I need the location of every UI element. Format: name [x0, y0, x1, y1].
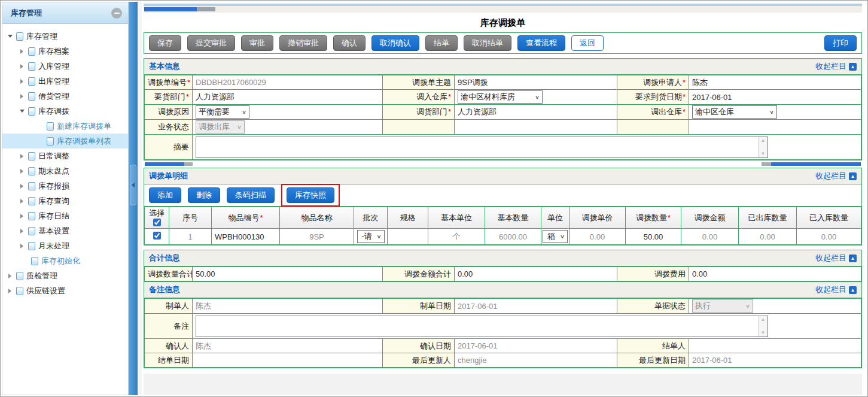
sidebar-item-label: 日常调整 — [38, 151, 69, 162]
chevron-down-icon[interactable] — [8, 35, 13, 38]
column-header: 已入库数量 — [797, 207, 861, 229]
select-all-checkbox[interactable] — [153, 219, 161, 226]
remarks-form: 制单人 陈杰 制单日期 2017-06-01 单据状态 执行∨ 备注 ▲▼ — [144, 298, 861, 368]
sidebar-item-inventory-init[interactable]: 库存初始化 — [2, 253, 128, 268]
base-unit-cell: 个 — [428, 229, 485, 245]
chevron-right-icon[interactable] — [20, 229, 23, 234]
submit-approval-button[interactable]: 提交审批 — [187, 35, 235, 51]
sidebar-item-transfer[interactable]: 库存调拨 — [2, 104, 128, 119]
sidebar-item-loss-report[interactable]: 库存报损 — [2, 178, 128, 193]
chevron-right-icon[interactable] — [20, 169, 23, 174]
sidebar-item-period-count[interactable]: 期末盘点 — [2, 163, 128, 178]
sidebar-item-month-end[interactable]: 月末处理 — [2, 238, 128, 253]
basic-info-section: 基本信息 收起栏目▲ 调拨单编号* DBDBH2017060029 调拨单主题 … — [144, 58, 862, 160]
top-horizontal-scrollbar[interactable] — [144, 6, 862, 13]
revoke-approval-button[interactable]: 撤销审批 — [279, 35, 327, 51]
summary-textarea[interactable]: ▲▼ — [196, 137, 768, 158]
out-warehouse-select[interactable]: 渝中区仓库∨ — [692, 105, 777, 119]
barcode-scan-button[interactable]: 条码扫描 — [227, 187, 275, 203]
sidebar-item-outbound[interactable]: 出库管理 — [2, 74, 128, 89]
fee-value[interactable]: 0.00 — [689, 267, 861, 281]
chevron-right-icon[interactable] — [20, 64, 23, 69]
splitter-collapse-handle[interactable] — [130, 165, 136, 205]
applicant-value[interactable]: 陈杰 — [689, 75, 861, 90]
sidebar-item-new-transfer-order[interactable]: 新建库存调拨单 — [2, 119, 128, 134]
in-warehouse-select[interactable]: 渝中区材料库房∨ — [458, 90, 543, 104]
section-horizontal-scrollbar[interactable] — [144, 161, 862, 167]
chevron-right-icon[interactable] — [20, 79, 23, 84]
chevron-right-icon[interactable] — [20, 94, 23, 99]
chevron-down-icon[interactable] — [20, 110, 25, 113]
field-label: 制单日期 — [383, 299, 455, 314]
collapse-link-label: 收起栏目 — [815, 253, 846, 263]
back-button[interactable]: 返回 — [571, 35, 604, 51]
column-header: 调拨单价 — [569, 207, 626, 229]
field-label: 调拨单编号* — [145, 75, 193, 90]
sidebar-item-label: 库存查询 — [38, 196, 69, 207]
chevron-right-icon[interactable] — [20, 154, 23, 159]
transfer-reason-select[interactable]: 平衡需要∨ — [196, 105, 249, 119]
collapse-section-link[interactable]: 收起栏目▲ — [815, 284, 857, 295]
sidebar-item-inventory-root[interactable]: 库存管理 — [2, 29, 128, 44]
collapse-section-link[interactable]: 收起栏目▲ — [815, 61, 857, 72]
column-header: 调拨数量* — [626, 207, 681, 229]
confirm-button[interactable]: 确认 — [333, 35, 366, 51]
sidebar-item-inventory-query[interactable]: 库存查询 — [2, 193, 128, 208]
chevron-right-icon[interactable] — [8, 274, 11, 278]
sidebar-item-archives[interactable]: 库存档案 — [2, 44, 128, 59]
batch-select[interactable]: -请∨ — [357, 230, 385, 243]
sidebar-item-supply-chain[interactable]: 供应链设置 — [2, 283, 128, 298]
chevron-right-icon[interactable] — [20, 244, 23, 248]
sidebar-item-borrow[interactable]: 借货管理 — [2, 89, 128, 104]
chevron-right-icon[interactable] — [20, 184, 23, 189]
field-label: 结单日期 — [145, 353, 193, 368]
delete-row-button[interactable]: 删除 — [188, 187, 220, 203]
sidebar-item-quality-mgmt[interactable]: 质检管理 — [2, 268, 128, 283]
chevron-right-icon[interactable] — [20, 49, 23, 54]
scrollbar-thumb[interactable] — [771, 162, 861, 166]
detail-toolbar: 添加 删除 条码扫描 库存快照 — [144, 184, 861, 207]
sidebar-item-basic-settings[interactable]: 基本设置 — [2, 223, 128, 238]
collapse-sidebar-button[interactable] — [111, 8, 122, 19]
cancel-close-order-button[interactable]: 取消结单 — [464, 35, 511, 51]
totals-form: 调拨数量合计 50.00 调拨金额合计 0.00 调拨费用 0.00 — [144, 266, 861, 281]
qty-cell[interactable]: 50.00 — [626, 229, 681, 245]
sidebar-splitter[interactable] — [129, 2, 138, 395]
subject-value[interactable]: 9SP调拨 — [455, 75, 617, 90]
scrollbar-thumb[interactable] — [145, 162, 184, 166]
field-label: 业务状态 — [145, 120, 193, 135]
scrollbar-thumb[interactable] — [144, 7, 197, 11]
sidebar-item-transfer-order-list[interactable]: 库存调拨单列表 — [2, 134, 128, 149]
note-textarea[interactable]: ▲▼ — [196, 316, 768, 337]
field-label: 制单人 — [145, 299, 193, 314]
inventory-snapshot-button[interactable]: 库存快照 — [287, 187, 334, 203]
document-icon — [28, 62, 35, 71]
sidebar-item-label: 基本设置 — [38, 226, 69, 237]
print-button[interactable]: 打印 — [824, 35, 857, 51]
supply-dept-value[interactable]: 人力资源部 — [455, 105, 617, 120]
order-no-value: DBDBH2017060029 — [193, 75, 383, 90]
view-workflow-button[interactable]: 查看流程 — [517, 35, 565, 51]
add-row-button[interactable]: 添加 — [149, 187, 181, 203]
sidebar-title: 库存管理 — [11, 8, 42, 19]
column-header-select: 选择 — [145, 207, 169, 229]
sidebar-item-daily-close[interactable]: 库存日结 — [2, 208, 128, 223]
item-no-cell[interactable]: WPBH000130 — [212, 229, 280, 245]
close-order-button[interactable]: 结单 — [425, 35, 458, 51]
cancel-confirm-button[interactable]: 取消确认 — [371, 35, 419, 51]
collapse-section-link[interactable]: 收起栏目▲ — [815, 171, 857, 181]
save-button[interactable]: 保存 — [149, 35, 181, 51]
collapse-up-icon: ▲ — [849, 172, 857, 180]
approve-button[interactable]: 审批 — [241, 35, 273, 51]
row-checkbox[interactable] — [153, 232, 161, 240]
chevron-right-icon[interactable] — [20, 214, 23, 219]
req-date-value[interactable]: 2017-06-01 — [689, 90, 861, 105]
req-dept-value[interactable]: 人力资源部 — [193, 90, 383, 105]
sidebar-item-daily-adjust[interactable]: 日常调整 — [2, 149, 128, 163]
chevron-right-icon[interactable] — [8, 289, 11, 293]
sidebar-item-inbound[interactable]: 入库管理 — [2, 59, 128, 74]
chevron-right-icon[interactable] — [20, 199, 23, 204]
unit-select[interactable]: 箱∨ — [543, 230, 568, 243]
collapse-section-link[interactable]: 收起栏目▲ — [815, 253, 857, 263]
field-label: 调拨金额合计 — [383, 267, 455, 281]
